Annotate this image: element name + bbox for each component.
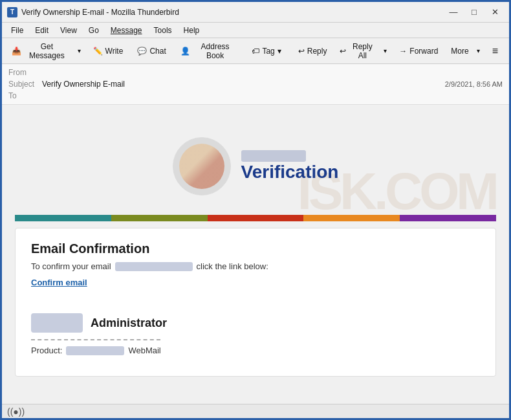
- color-bar: [15, 215, 496, 221]
- reply-all-button[interactable]: ↩ Reply All: [335, 41, 380, 61]
- maximize-button[interactable]: □: [465, 5, 483, 19]
- get-messages-dropdown[interactable]: ▾: [74, 41, 85, 61]
- menu-bar: File Edit View Go Message Tools Help: [2, 23, 509, 38]
- confirm-email-link[interactable]: Confirm email: [31, 278, 480, 287]
- subject-label: Subject: [8, 80, 42, 89]
- inbox-icon: 📥: [12, 47, 21, 56]
- color-seg-3: [208, 215, 304, 221]
- email-banner: ISK.COM Verification: [2, 105, 509, 215]
- email-card: Email Confirmation To confirm your email…: [15, 228, 496, 377]
- forward-button[interactable]: → Forward: [393, 41, 444, 61]
- write-icon: ✏️: [93, 47, 103, 56]
- hamburger-icon: ≡: [492, 45, 498, 57]
- close-button[interactable]: ✕: [486, 5, 504, 19]
- more-split: More ▾: [446, 41, 483, 61]
- subject-field: Subject Verify Ownership E-mail 2/9/2021…: [8, 78, 503, 90]
- menu-message[interactable]: Message: [105, 25, 147, 36]
- title-bar: T Verify Ownership E-mail - Mozilla Thun…: [2, 2, 509, 23]
- status-bar: ((●)): [2, 404, 509, 418]
- from-label: From: [8, 68, 42, 77]
- email-header-fields: From Subject Verify Ownership E-mail 2/9…: [2, 64, 509, 105]
- tag-button[interactable]: 🏷 Tag ▾: [246, 41, 287, 61]
- from-field: From: [8, 67, 503, 78]
- color-seg-5: [400, 215, 496, 221]
- more-dropdown[interactable]: ▾: [473, 41, 484, 61]
- color-seg-4: [303, 215, 400, 221]
- tag-dropdown-arrow: ▾: [277, 47, 281, 56]
- blurred-product: [66, 346, 124, 355]
- admin-area: Administrator: [31, 313, 480, 333]
- address-book-icon: 👤: [180, 47, 190, 56]
- chat-button[interactable]: 💬 Chat: [131, 41, 171, 61]
- menu-view[interactable]: View: [55, 25, 82, 36]
- blurred-email: [115, 262, 193, 271]
- hamburger-menu-button[interactable]: ≡: [486, 41, 504, 61]
- get-messages-button[interactable]: 📥 Get Messages: [7, 41, 74, 61]
- menu-help[interactable]: Help: [179, 25, 205, 36]
- menu-go[interactable]: Go: [83, 25, 104, 36]
- dotted-separator: [31, 339, 160, 340]
- window-title: Verify Ownership E-mail - Mozilla Thunde…: [21, 8, 444, 17]
- color-seg-1: [15, 215, 111, 221]
- chat-icon: 💬: [137, 47, 147, 56]
- menu-edit[interactable]: Edit: [30, 25, 54, 36]
- color-seg-2: [111, 215, 208, 221]
- toolbar: 📥 Get Messages ▾ ✏️ Write 💬 Chat 👤 Addre…: [2, 38, 509, 64]
- body-suffix: click the link below:: [197, 261, 268, 271]
- admin-avatar: [31, 313, 83, 333]
- reply-all-dropdown[interactable]: ▾: [380, 41, 391, 61]
- forward-icon: →: [399, 47, 407, 56]
- connection-icon: ((●)): [7, 406, 25, 417]
- banner-logo-area: Verification: [173, 137, 339, 195]
- tag-icon: 🏷: [252, 47, 259, 56]
- blurred-domain: [241, 150, 306, 162]
- email-date: 2/9/2021, 8:56 AM: [445, 80, 503, 88]
- main-window: T Verify Ownership E-mail - Mozilla Thun…: [2, 2, 509, 418]
- reply-all-split: ↩ Reply All ▾: [335, 41, 391, 61]
- product-label: Product:: [31, 346, 62, 355]
- to-field: To: [8, 90, 503, 102]
- more-button[interactable]: More: [446, 41, 473, 61]
- menu-file[interactable]: File: [6, 25, 28, 36]
- write-button[interactable]: ✏️ Write: [87, 41, 129, 61]
- window-controls: — □ ✕: [444, 5, 504, 19]
- body-prefix: To confirm your email: [31, 261, 111, 271]
- address-book-button[interactable]: 👤 Address Book: [175, 41, 244, 61]
- logo-circle: [173, 137, 231, 195]
- reply-icon: ↩: [298, 47, 305, 56]
- logo-inner: [179, 144, 224, 189]
- minimize-button[interactable]: —: [444, 5, 462, 19]
- verification-heading: Verification: [241, 162, 339, 182]
- banner-right: Verification: [241, 150, 339, 182]
- card-body: To confirm your email click the link bel…: [31, 261, 480, 271]
- card-title: Email Confirmation: [31, 241, 480, 256]
- get-messages-split: 📥 Get Messages ▾: [7, 41, 85, 61]
- reply-all-icon: ↩: [340, 47, 346, 56]
- to-label: To: [8, 91, 42, 100]
- menu-tools[interactable]: Tools: [149, 25, 177, 36]
- reply-button[interactable]: ↩ Reply: [292, 41, 333, 61]
- webmail-text: WebMail: [128, 346, 160, 355]
- product-line: Product: WebMail: [31, 346, 480, 355]
- subject-value: Verify Ownership E-mail: [42, 80, 125, 89]
- email-body: ISK.COM Verification Email Confirmation: [2, 105, 509, 404]
- app-icon: T: [7, 7, 17, 17]
- admin-title: Administrator: [91, 316, 167, 330]
